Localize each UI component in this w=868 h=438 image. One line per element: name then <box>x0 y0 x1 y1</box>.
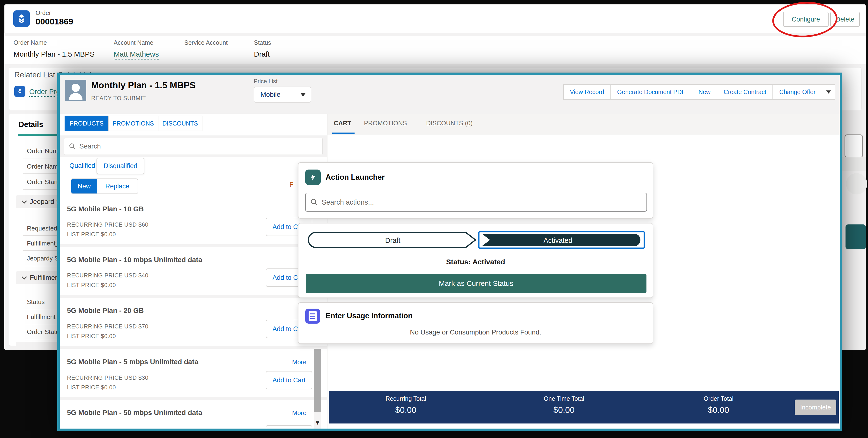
account-link[interactable]: Matt Mathews <box>114 50 159 58</box>
action-launcher-icon <box>305 169 321 185</box>
search-icon <box>310 198 318 206</box>
search-icon <box>69 143 76 150</box>
mark-as-current-status-button[interactable]: Mark as Current Status <box>306 274 647 293</box>
screenshot-canvas: Order 00001869 Configure Delete Order Na… <box>0 0 868 438</box>
product-name: 5G Mobile Plan - 50 mbps Unlimited data <box>67 409 202 417</box>
price-list-dropdown[interactable]: Mobile <box>254 87 311 102</box>
row-divider <box>60 295 327 298</box>
field-value: Draft <box>254 50 271 58</box>
field-label: Account Name <box>114 39 159 46</box>
product-list-price: LIST PRICE $0.00 <box>67 333 116 340</box>
cart-configuration-modal: Monthly Plan - 1.5 MBPS READY TO SUBMIT … <box>57 72 842 431</box>
price-list-value: Mobile <box>260 91 280 98</box>
scrollbar-down-arrow[interactable]: ▼ <box>315 419 320 426</box>
background-panel-box <box>844 134 863 158</box>
generate-document-pdf-button[interactable]: Generate Document PDF <box>611 84 692 100</box>
price-list-label: Price List <box>254 78 278 85</box>
cart-totals-bar: Recurring Total $0.00 One Time Total $0.… <box>329 391 839 424</box>
product-name: 5G Mobile Plan - 20 GB <box>67 307 144 315</box>
tab-cart[interactable]: CART <box>334 120 351 127</box>
product-list-scrollbar[interactable] <box>314 348 321 429</box>
chevron-down-icon <box>22 198 27 204</box>
search-placeholder: Search <box>79 143 101 150</box>
modal-status-text: READY TO SUBMIT <box>91 95 146 101</box>
chevron-down-icon <box>300 93 306 96</box>
order-layers-glyph <box>16 13 27 24</box>
row-divider <box>60 397 327 400</box>
field-value: Monthly Plan - 1.5 MBPS <box>13 50 95 58</box>
tab-promotions[interactable]: PROMOTIONS <box>108 116 158 131</box>
order-products-icon <box>14 86 25 97</box>
add-to-cart-button[interactable]: Add to Cart <box>266 371 312 389</box>
filters-label-truncated[interactable]: F <box>289 181 293 188</box>
background-teal-button <box>845 224 866 249</box>
product-search-strip: Search <box>60 135 327 157</box>
chevron-down-icon <box>826 90 831 94</box>
new-replace-toggle: New Replace <box>71 179 138 194</box>
tab-details[interactable]: Details <box>19 120 43 129</box>
row-divider <box>60 244 327 247</box>
product-name: 5G Mobile Plan - 10 GB <box>67 205 144 213</box>
tab-discounts[interactable]: DISCOUNTS <box>158 116 203 131</box>
modal-header: Monthly Plan - 1.5 MBPS READY TO SUBMIT … <box>60 75 840 114</box>
chevron-down-icon <box>22 274 27 280</box>
product-list-price: LIST PRICE $0.00 <box>67 282 116 288</box>
replace-option[interactable]: Replace <box>97 179 137 193</box>
more-link[interactable]: More <box>287 358 306 366</box>
product-recurring-price: RECURRING PRICE USD $70 <box>67 323 148 330</box>
qualified-option[interactable]: Qualified <box>69 162 95 169</box>
scrollbar-thumb[interactable] <box>314 349 321 412</box>
details-field: Order Name <box>27 163 61 170</box>
background-panel-circle <box>846 173 867 194</box>
incomplete-status-button[interactable]: Incomplete <box>795 400 836 415</box>
field-order-name: Order Name Monthly Plan - 1.5 MBPS <box>13 36 95 58</box>
action-launcher-title: Action Launcher <box>326 173 385 182</box>
product-list-price: LIST PRICE $0.00 <box>67 231 116 238</box>
details-field: Status <box>27 298 45 306</box>
qualification-toggle: Qualified Disqualified <box>60 157 327 177</box>
one-time-total: One Time Total $0.00 <box>544 395 584 415</box>
usage-document-icon <box>305 309 320 323</box>
add-to-cart-button-partial[interactable] <box>266 425 312 431</box>
status-step-activated[interactable]: Activated <box>482 236 634 245</box>
product-name: 5G Mobile Plan - 10 mbps Unlimited data <box>67 256 202 264</box>
product-tabs: PRODUCTS PROMOTIONS DISCOUNTS <box>65 116 203 131</box>
modal-action-buttons: View Record Generate Document PDF New Cr… <box>564 84 835 100</box>
tab-products[interactable]: PRODUCTS <box>65 116 108 131</box>
field-account-name: Account Name Matt Mathews <box>114 36 159 58</box>
change-offer-button[interactable]: Change Offer <box>772 84 822 100</box>
product-recurring-price: RECURRING PRICE USD $60 <box>67 221 148 228</box>
status-line: Status: Activated <box>299 258 653 266</box>
field-status: Status Draft <box>254 36 271 58</box>
active-tab-underline <box>332 132 354 134</box>
product-recurring-price: RECURRING PRICE USD $30 <box>67 374 148 381</box>
tab-cart-promotions[interactable]: PROMOTIONS <box>364 120 407 127</box>
more-link[interactable]: More <box>287 409 306 417</box>
entity-label: Order <box>36 9 51 17</box>
recurring-total: Recurring Total $0.00 <box>385 395 426 415</box>
product-list-price: LIST PRICE $0.00 <box>67 384 116 391</box>
disqualified-option[interactable]: Disqualified <box>96 158 144 174</box>
usage-title: Enter Usage Information <box>326 312 412 320</box>
new-option[interactable]: New <box>71 179 97 193</box>
order-object-icon <box>13 10 30 27</box>
action-launcher-card: Action Launcher Search actions... <box>298 162 653 219</box>
field-label: Status <box>254 39 271 46</box>
product-name: 5G Mobile Plan - 5 mbps Unlimited data <box>67 358 198 366</box>
status-step-draft[interactable]: Draft <box>313 236 472 245</box>
lightning-icon <box>309 173 317 181</box>
usage-information-card: Enter Usage Information No Usage or Cons… <box>298 302 653 344</box>
more-actions-dropdown-button[interactable] <box>822 84 835 100</box>
view-record-button[interactable]: View Record <box>563 84 611 100</box>
create-contract-button[interactable]: Create Contract <box>717 84 773 100</box>
record-number: 00001869 <box>36 17 73 26</box>
cart-tabs: CART PROMOTIONS DISCOUNTS (0) <box>328 114 840 134</box>
tab-cart-discounts[interactable]: DISCOUNTS (0) <box>426 120 472 127</box>
product-search-input[interactable]: Search <box>64 138 322 155</box>
background-panel-band <box>842 157 866 171</box>
action-search-input[interactable]: Search actions... <box>305 193 647 212</box>
order-total: Order Total $0.00 <box>704 395 733 415</box>
new-button[interactable]: New <box>692 84 717 100</box>
field-label: Service Account <box>184 39 227 46</box>
row-divider <box>60 346 327 349</box>
